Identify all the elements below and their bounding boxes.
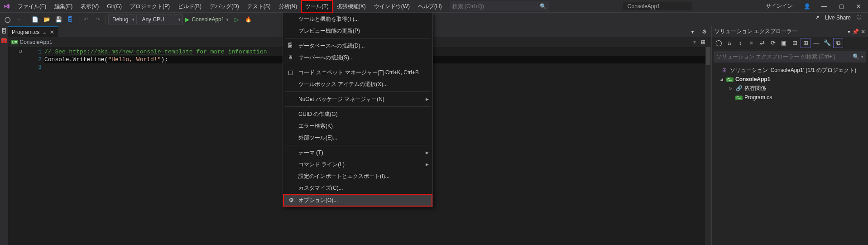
menu-code-snippet[interactable]: ▢コード スニペット マネージャー(T)...Ctrl+K, Ctrl+B xyxy=(283,67,432,78)
menu-nuget[interactable]: NuGet パッケージ マネージャー(N)▶ xyxy=(283,93,432,105)
code-token: .WriteLine( xyxy=(69,56,108,63)
open-folder-icon[interactable]: 📂 xyxy=(41,14,52,25)
pin-icon[interactable]: ⫠ xyxy=(42,29,47,35)
se-view-icon[interactable]: ⊞ xyxy=(801,38,810,48)
se-collapse-icon[interactable]: ▣ xyxy=(779,38,789,48)
menu-extensions[interactable]: 拡張機能(X) xyxy=(333,0,370,13)
admin-icon[interactable]: 🛡 xyxy=(856,14,862,21)
se-show-all-icon[interactable]: ⊟ xyxy=(790,38,800,48)
panel-pin-icon[interactable]: 📌 xyxy=(852,29,859,35)
start-without-debug-icon[interactable]: ▷ xyxy=(231,14,242,25)
breadcrumb-project[interactable]: C# ConsoleApp1 xyxy=(11,39,53,45)
editor-vertical-scrollbar[interactable] xyxy=(705,47,711,245)
global-search[interactable]: 🔍 xyxy=(450,1,549,11)
se-back-icon[interactable]: ◯ xyxy=(714,38,724,48)
csharp-file-icon: C# xyxy=(735,94,743,101)
menu-tools[interactable]: ツール(T) xyxy=(301,0,332,13)
menu-build[interactable]: ビルド(B) xyxy=(174,0,206,13)
menu-analyze[interactable]: 分析(N) xyxy=(275,0,302,13)
file-tab-program[interactable]: Program.cs ⫠ ✕ xyxy=(8,26,58,37)
menu-view[interactable]: 表示(V) xyxy=(77,0,103,13)
menu-db-connect[interactable]: 🗄データベースへの接続(D)... xyxy=(283,40,432,52)
menu-get-tools[interactable]: ツールと機能を取得(T)... xyxy=(283,13,432,25)
new-item-icon[interactable]: 📄 xyxy=(29,14,40,25)
se-filter-icon[interactable]: ≡ xyxy=(746,38,756,48)
solution-explorer-search[interactable]: 🔍 ▾ xyxy=(714,51,866,62)
menu-toolbox-items[interactable]: ツールボックス アイテムの選択(X)... xyxy=(283,78,432,90)
start-debug-button[interactable]: ▶ ConsoleApp1 ▾ xyxy=(184,14,230,25)
se-sync-active-icon[interactable]: ⇄ xyxy=(757,38,767,48)
menu-command-line[interactable]: コマンド ライン(L)▶ xyxy=(283,159,432,170)
se-switch-view-icon[interactable]: ⧉ xyxy=(833,38,843,48)
server-explorer-icon[interactable]: 🗄 xyxy=(1,28,7,34)
menu-customize[interactable]: カスタマイズ(C)... xyxy=(283,182,432,194)
se-preview-icon[interactable]: 🔧 xyxy=(822,38,832,48)
csharp-project-icon: C# xyxy=(11,40,18,44)
collapse-toggle-icon[interactable]: ⊟ xyxy=(19,48,22,54)
menu-debug[interactable]: デバッグ(D) xyxy=(206,0,243,13)
panel-menu-icon[interactable]: ▾ xyxy=(848,29,850,35)
live-share-icon[interactable]: ↗ xyxy=(815,14,820,21)
menu-options[interactable]: ⚙オプション(O)... xyxy=(283,194,432,207)
maximize-button[interactable]: ▢ xyxy=(834,0,849,13)
menu-window[interactable]: ウインドウ(W) xyxy=(370,0,414,13)
menu-file[interactable]: ファイル(F) xyxy=(14,0,50,13)
menu-separator xyxy=(285,145,431,145)
nav-forward-icon[interactable]: → xyxy=(14,14,24,25)
close-tab-icon[interactable]: ✕ xyxy=(50,29,54,35)
project-node[interactable]: ◢ C# ConsoleApp1 xyxy=(712,75,868,84)
nav-back-icon[interactable]: ◯ xyxy=(2,14,13,25)
se-home-icon[interactable]: ⌂ xyxy=(724,38,734,48)
add-account-icon[interactable]: 👤 xyxy=(799,0,815,13)
editor-split-icon[interactable]: ⊞ xyxy=(698,37,709,48)
menu-guid[interactable]: GUID の作成(G) xyxy=(283,108,432,120)
expand-icon[interactable]: ◢ xyxy=(720,77,724,82)
global-search-input[interactable] xyxy=(452,3,540,10)
submenu-arrow-icon: ▶ xyxy=(426,162,429,167)
search-dropdown-icon[interactable]: ▾ xyxy=(861,54,863,59)
menu-error-search[interactable]: エラー検索(K) xyxy=(283,120,432,132)
solution-explorer-panel: ソリューション エクスプローラー ▾ 📌 ✕ ◯ ⌂ ↕ ≡ ⇄ ⟳ ▣ ⊟ ⊞… xyxy=(711,26,868,245)
menu-server-connect[interactable]: 🖥サーバーへの接続(S)... xyxy=(283,52,432,63)
config-dropdown[interactable]: Debug xyxy=(108,14,137,24)
close-window-button[interactable]: ✕ xyxy=(851,0,866,13)
se-properties-icon[interactable]: — xyxy=(811,38,821,48)
save-all-icon[interactable]: 🗄 xyxy=(65,14,76,25)
title-right: サインイン 👤 — ▢ ✕ xyxy=(761,0,868,13)
se-refresh-icon[interactable]: ⟳ xyxy=(768,38,778,48)
code-link[interactable]: https://aka.ms/new-console-template xyxy=(69,48,193,55)
start-target-label: ConsoleApp1 xyxy=(192,16,224,23)
menu-import-export[interactable]: 設定のインポートとエクスポート(I)... xyxy=(283,170,432,182)
dependencies-node[interactable]: ▷ 🔗 依存関係 xyxy=(712,84,868,93)
menu-external-tools[interactable]: 外部ツール(E)... xyxy=(283,132,432,144)
se-sync-icon[interactable]: ↕ xyxy=(735,38,745,48)
menu-theme[interactable]: テーマ (T)▶ xyxy=(283,147,432,159)
file-node-program[interactable]: C# Program.cs xyxy=(712,93,868,102)
redo-icon[interactable]: ↷ xyxy=(92,14,103,25)
menu-git[interactable]: Git(G) xyxy=(103,0,126,13)
signin-button[interactable]: サインイン xyxy=(761,2,797,10)
menu-edit[interactable]: 編集(E) xyxy=(50,0,77,13)
solution-node[interactable]: ⊞ ソリューション 'ConsoleApp1' (1/1 のプロジェクト) xyxy=(712,66,868,75)
scrollbar-thumb[interactable] xyxy=(706,47,710,65)
menu-separator xyxy=(285,91,431,92)
hot-reload-icon[interactable]: 🔥 xyxy=(243,14,254,25)
code-comment: // See xyxy=(44,48,69,55)
tab-overflow-icon[interactable]: ▾ xyxy=(687,26,698,37)
menu-test[interactable]: テスト(S) xyxy=(243,0,275,13)
solution-explorer-search-input[interactable] xyxy=(716,53,853,60)
undo-icon[interactable]: ↶ xyxy=(81,14,91,25)
expand-icon[interactable]: ▷ xyxy=(729,86,734,91)
database-icon: 🗄 xyxy=(286,43,295,49)
menu-project[interactable]: プロジェクト(P) xyxy=(126,0,174,13)
tab-settings-icon[interactable]: ⚙ xyxy=(699,26,710,37)
menu-preview-update[interactable]: プレビュー機能の更新(P) xyxy=(283,25,432,37)
save-icon[interactable]: 💾 xyxy=(53,14,64,25)
platform-dropdown[interactable]: Any CPU xyxy=(138,14,183,24)
toolbox-icon[interactable]: 🧰 xyxy=(0,37,7,43)
panel-close-icon[interactable]: ✕ xyxy=(861,29,865,35)
live-share-button[interactable]: Live Share xyxy=(825,14,851,21)
minimize-button[interactable]: — xyxy=(816,0,832,13)
menu-label: オプション(O)... xyxy=(298,197,338,204)
menu-help[interactable]: ヘルプ(H) xyxy=(414,0,446,13)
